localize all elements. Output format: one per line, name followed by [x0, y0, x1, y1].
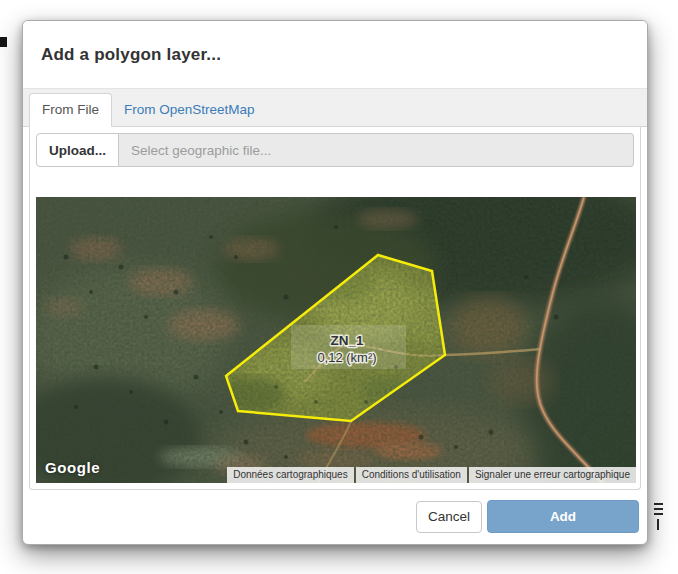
attribution-report-error-link[interactable]: Signaler une erreur cartographique: [469, 467, 636, 483]
google-logo[interactable]: Google: [45, 459, 100, 476]
upload-row: Upload...: [36, 133, 634, 167]
polygon-area-label: 0,12 (km²): [317, 350, 376, 365]
upload-button[interactable]: Upload...: [36, 133, 119, 167]
attribution-map-data-link[interactable]: Données cartographiques: [227, 467, 354, 483]
cancel-button[interactable]: Cancel: [416, 501, 482, 533]
background-artifact: [657, 519, 659, 530]
geographic-file-input[interactable]: [119, 133, 634, 167]
background-artifact: [654, 508, 663, 510]
tab-bar: From File From OpenStreetMap: [23, 89, 647, 127]
background-artifact: [654, 503, 663, 505]
map-imagery: ZN_1 0,12 (km²): [36, 197, 636, 483]
dialog-header: Add a polygon layer...: [23, 21, 647, 89]
dialog-title: Add a polygon layer...: [41, 45, 221, 65]
dialog-footer: Cancel Add: [23, 490, 647, 543]
polygon-name-label: ZN_1: [330, 333, 364, 348]
tab-from-file[interactable]: From File: [29, 93, 112, 127]
add-polygon-layer-dialog: Add a polygon layer... From File From Op…: [22, 20, 648, 545]
add-button[interactable]: Add: [487, 500, 639, 533]
satellite-map-image[interactable]: ZN_1 0,12 (km²): [36, 197, 636, 483]
background-artifact: [654, 513, 663, 515]
map-container[interactable]: ZN_1 0,12 (km²) Google Données cartograp…: [36, 197, 636, 483]
map-attribution-bar: Données cartographiques Conditions d'uti…: [225, 467, 636, 483]
attribution-terms-link[interactable]: Conditions d'utilisation: [356, 467, 467, 483]
polygon-label: ZN_1 0,12 (km²): [291, 325, 406, 369]
tab-from-openstreetmap[interactable]: From OpenStreetMap: [112, 94, 267, 126]
background-artifact: [0, 37, 7, 47]
tab-panel-from-file: Upload...: [29, 127, 641, 490]
page: Add a polygon layer... From File From Op…: [0, 0, 678, 574]
